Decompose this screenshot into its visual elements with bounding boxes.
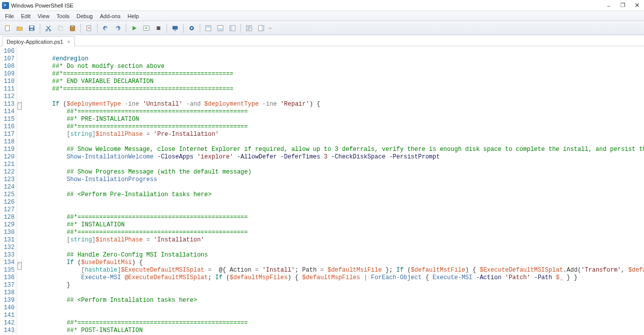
code-line[interactable]: ##*=====================================… bbox=[23, 229, 644, 236]
code-line[interactable]: #endregion bbox=[23, 55, 644, 63]
code-line[interactable]: [string]$installPhase = 'Installation' bbox=[23, 236, 644, 244]
code-line[interactable]: ##*=====================================… bbox=[23, 70, 644, 78]
breakpoint-icon[interactable] bbox=[186, 23, 197, 34]
redo-icon[interactable] bbox=[112, 23, 123, 34]
editor: 1061071081091101111121131141151161171181… bbox=[0, 46, 644, 335]
line-number: 127 bbox=[0, 206, 15, 214]
dropdown-icon[interactable] bbox=[268, 23, 273, 34]
code-line[interactable]: ## <Perform Installation tasks here> bbox=[23, 297, 644, 304]
svg-rect-21 bbox=[218, 28, 223, 31]
app-icon bbox=[2, 2, 9, 9]
line-number: 138 bbox=[0, 289, 15, 297]
menu-tools[interactable]: Tools bbox=[53, 12, 72, 20]
toolbar-sep bbox=[240, 24, 241, 33]
line-number: 114 bbox=[0, 108, 15, 116]
line-number: 132 bbox=[0, 244, 15, 252]
code-line[interactable]: ##* Do not modify section above bbox=[23, 63, 644, 70]
code-line[interactable]: ##* INSTALLATION bbox=[23, 221, 644, 229]
code-line[interactable]: Show-InstallationWelcome -CloseApps 'iex… bbox=[23, 153, 644, 161]
code-line[interactable]: ##* POST-INSTALLATION bbox=[23, 327, 644, 334]
line-number: 115 bbox=[0, 116, 15, 123]
code-line[interactable]: } bbox=[23, 282, 644, 289]
close-button[interactable]: ✕ bbox=[630, 0, 644, 11]
line-number: 133 bbox=[0, 252, 15, 259]
toolbar-sep bbox=[80, 24, 81, 33]
maximize-button[interactable]: ❐ bbox=[616, 0, 630, 11]
run-icon[interactable] bbox=[129, 23, 140, 34]
toolbar-sep bbox=[200, 24, 200, 33]
run-selection-icon[interactable] bbox=[141, 23, 152, 34]
show-console-icon[interactable] bbox=[215, 23, 226, 34]
code-line[interactable]: [string]$installPhase = 'Pre-Installatio… bbox=[23, 131, 644, 138]
code-line[interactable] bbox=[23, 161, 644, 169]
code-line[interactable]: Execute-MSI @ExecuteDefaultMSISplat; If … bbox=[23, 274, 644, 282]
line-number: 135 bbox=[0, 267, 15, 274]
tab-label: Deploy-Application.ps1 bbox=[7, 39, 63, 45]
code-line[interactable] bbox=[23, 312, 644, 319]
tab-close-icon[interactable]: × bbox=[66, 39, 71, 45]
code-line[interactable]: If ($useDefaultMsi) { bbox=[23, 259, 644, 267]
code-line[interactable]: ## Show Welcome Message, close Internet … bbox=[23, 146, 644, 153]
paste-icon[interactable] bbox=[67, 23, 78, 34]
menu-edit[interactable]: Edit bbox=[18, 12, 34, 20]
menu-help[interactable]: Help bbox=[124, 12, 142, 20]
code-line[interactable] bbox=[23, 206, 644, 214]
remote-icon[interactable] bbox=[170, 23, 181, 34]
code-line[interactable]: ##* PRE-INSTALLATION bbox=[23, 116, 644, 123]
line-number: 126 bbox=[0, 199, 15, 206]
code-line[interactable] bbox=[23, 289, 644, 297]
show-script-icon[interactable] bbox=[203, 23, 214, 34]
code-line[interactable]: ## <Perform Pre-Installation tasks here> bbox=[23, 191, 644, 199]
fold-toggle-icon[interactable] bbox=[18, 102, 22, 110]
svg-rect-1 bbox=[6, 25, 10, 26]
stop-icon[interactable] bbox=[153, 23, 164, 34]
line-number: 123 bbox=[0, 176, 15, 184]
code-line[interactable]: ##*=====================================… bbox=[23, 123, 644, 131]
cut-icon[interactable] bbox=[43, 23, 54, 34]
code-line[interactable]: ##* END VARIABLE DECLARATION bbox=[23, 78, 644, 86]
menu-addons[interactable]: Add-ons bbox=[97, 12, 123, 20]
line-number: 129 bbox=[0, 221, 15, 229]
svg-rect-19 bbox=[206, 25, 211, 28]
tab-deploy-application[interactable]: Deploy-Application.ps1 × bbox=[2, 36, 75, 46]
code-line[interactable]: Show-InstallationProgress bbox=[23, 176, 644, 184]
code-line[interactable] bbox=[23, 184, 644, 191]
code-line[interactable]: ##*=====================================… bbox=[23, 319, 644, 327]
show-command-icon[interactable] bbox=[244, 23, 255, 34]
line-number: 107 bbox=[0, 55, 15, 63]
menu-debug[interactable]: Debug bbox=[73, 12, 96, 20]
new-icon[interactable] bbox=[2, 23, 13, 34]
code-line[interactable]: ## Handle Zero-Config MSI Installations bbox=[23, 252, 644, 259]
clear-icon[interactable] bbox=[84, 23, 95, 34]
code-line[interactable]: ##*=====================================… bbox=[23, 86, 644, 93]
save-icon[interactable] bbox=[26, 23, 37, 34]
svg-rect-3 bbox=[30, 26, 34, 28]
code-line[interactable]: ##*=====================================… bbox=[23, 108, 644, 116]
code-line[interactable]: If ($deploymentType -ine 'Uninstall' -an… bbox=[23, 101, 644, 108]
minimize-button[interactable]: – bbox=[602, 0, 616, 11]
line-number: 109 bbox=[0, 70, 15, 78]
toolbar-sep bbox=[183, 24, 184, 33]
code-line[interactable] bbox=[23, 48, 644, 55]
code-line[interactable] bbox=[23, 138, 644, 146]
show-both-icon[interactable] bbox=[227, 23, 238, 34]
line-number: 121 bbox=[0, 161, 15, 169]
code-line[interactable]: ## Show Progress Message (with the defau… bbox=[23, 169, 644, 176]
svg-rect-26 bbox=[262, 25, 264, 31]
copy-icon[interactable] bbox=[55, 23, 66, 34]
code-area[interactable]: #endregion ##* Do not modify section abo… bbox=[22, 46, 644, 335]
menu-view[interactable]: View bbox=[35, 12, 53, 20]
fold-toggle-icon[interactable] bbox=[18, 262, 22, 270]
code-line[interactable] bbox=[23, 199, 644, 206]
show-addon-icon[interactable] bbox=[256, 23, 267, 34]
code-line[interactable]: ##*=====================================… bbox=[23, 214, 644, 221]
open-icon[interactable] bbox=[14, 23, 25, 34]
menu-file[interactable]: File bbox=[2, 12, 17, 20]
undo-icon[interactable] bbox=[100, 23, 111, 34]
code-line[interactable]: [hashtable]$ExecuteDefaultMSISplat = @{ … bbox=[23, 267, 644, 274]
code-line[interactable] bbox=[23, 304, 644, 312]
line-number: 118 bbox=[0, 138, 15, 146]
svg-rect-14 bbox=[173, 26, 178, 29]
code-line[interactable] bbox=[23, 93, 644, 101]
code-line[interactable] bbox=[23, 244, 644, 252]
